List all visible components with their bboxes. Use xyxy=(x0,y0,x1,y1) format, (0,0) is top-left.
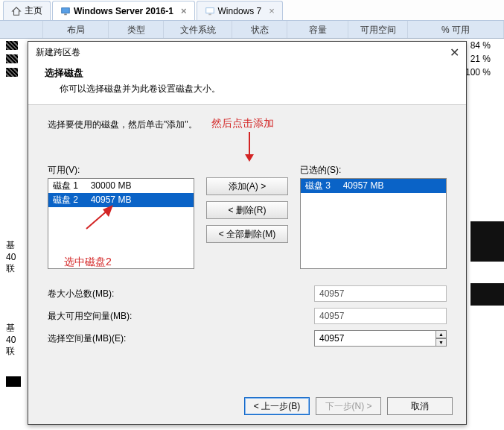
available-label: 可用(V): xyxy=(48,164,194,177)
section-subtitle: 你可以选择磁盘并为此卷设置磁盘大小。 xyxy=(60,83,450,95)
pct-cell: 21 % xyxy=(470,54,491,64)
col[interactable]: 类型 xyxy=(109,21,164,38)
dialog-title: 新建跨区卷 xyxy=(36,46,80,59)
volume-icon xyxy=(6,54,18,63)
monitor-icon xyxy=(205,6,215,16)
close-icon[interactable]: × xyxy=(269,6,275,16)
legend-swatch xyxy=(6,376,21,387)
tab-label: Windows Server 2016-1 xyxy=(74,6,173,16)
list-item[interactable]: 磁盘 3 40957 MB xyxy=(301,179,446,193)
total-size-value: 40957 xyxy=(314,285,447,302)
monitor-icon xyxy=(60,6,71,16)
back-button[interactable]: < 上一步(B) xyxy=(244,397,310,415)
total-size-label: 卷大小总数(MB): xyxy=(48,288,314,300)
close-icon[interactable]: ✕ xyxy=(447,45,462,60)
bg-disk-strip xyxy=(470,283,504,306)
arrow-down-icon xyxy=(243,130,256,162)
hint-text: 选择要使用的磁盘，然后单击"添加"。 xyxy=(48,118,447,131)
dialog-footer: < 上一步(B) 下一步(N) > 取消 xyxy=(28,388,466,424)
max-size-value: 40957 xyxy=(314,308,447,324)
wizard-dialog: 新建跨区卷 ✕ 选择磁盘 你可以选择磁盘并为此卷设置磁盘大小。 选择要使用的磁盘… xyxy=(28,41,467,425)
spin-up-icon[interactable]: ▲ xyxy=(436,330,447,338)
col[interactable]: 文件系统 xyxy=(164,21,232,38)
dialog-header: 选择磁盘 你可以选择磁盘并为此卷设置磁盘大小。 xyxy=(28,63,466,105)
list-item[interactable]: 磁盘 1 30000 MB xyxy=(48,179,194,193)
tab-home[interactable]: 主页 xyxy=(3,1,51,20)
remove-button[interactable]: < 删除(R) xyxy=(206,201,288,219)
dialog-body: 选择要使用的磁盘，然后单击"添加"。 然后点击添加 可用(V): 磁盘 1 30… xyxy=(28,105,466,388)
close-icon[interactable]: × xyxy=(181,6,187,16)
svg-marker-5 xyxy=(245,154,254,162)
cancel-button[interactable]: 取消 xyxy=(387,397,453,415)
window-root: 主页 Windows Server 2016-1 × Windows 7 × 布… xyxy=(0,0,504,430)
bg-disk-strip xyxy=(470,221,504,262)
spin-down-icon[interactable]: ▼ xyxy=(436,338,447,347)
tab-server[interactable]: Windows Server 2016-1 × xyxy=(52,1,195,20)
pct-cell: 100 % xyxy=(465,67,491,78)
selected-listbox[interactable]: 磁盘 3 40957 MB xyxy=(300,178,447,269)
dialog-titlebar[interactable]: 新建跨区卷 ✕ xyxy=(28,42,466,63)
svg-rect-0 xyxy=(62,7,70,13)
volume-icon xyxy=(6,41,18,50)
pct-cell: 84 % xyxy=(470,40,491,51)
bg-disk-label: 基 40 联 xyxy=(6,240,25,275)
col[interactable]: 可用空间 xyxy=(348,21,408,38)
col[interactable] xyxy=(0,21,43,38)
tab-label: Windows 7 xyxy=(218,6,262,16)
col[interactable]: 容量 xyxy=(287,21,348,38)
col[interactable]: % 可用 xyxy=(408,21,504,38)
next-button[interactable]: 下一步(N) > xyxy=(316,397,381,415)
section-title: 选择磁盘 xyxy=(45,67,450,80)
col[interactable]: 状态 xyxy=(232,21,287,38)
select-size-input[interactable] xyxy=(314,330,436,347)
tab-label: 主页 xyxy=(25,4,42,17)
selected-label: 已选的(S): xyxy=(300,164,447,177)
max-size-label: 最大可用空间量(MB): xyxy=(48,310,314,323)
bg-disk-label: 基 40 联 xyxy=(6,323,25,358)
svg-rect-2 xyxy=(205,7,214,13)
remove-all-button[interactable]: < 全部删除(M) xyxy=(206,225,288,243)
add-button[interactable]: 添加(A) > xyxy=(206,177,288,195)
select-size-label: 选择空间量(MB)(E): xyxy=(48,332,314,345)
col[interactable]: 布局 xyxy=(43,21,109,38)
tab-win7[interactable]: Windows 7 × xyxy=(197,1,283,20)
svg-rect-3 xyxy=(208,13,211,15)
list-item[interactable]: 磁盘 2 40957 MB xyxy=(48,193,194,207)
home-icon xyxy=(11,6,22,16)
available-listbox[interactable]: 磁盘 1 30000 MB 磁盘 2 40957 MB xyxy=(48,178,194,269)
column-header-row: 布局 类型 文件系统 状态 容量 可用空间 % 可用 xyxy=(0,21,504,39)
volume-icon xyxy=(6,68,18,77)
svg-rect-1 xyxy=(64,13,67,15)
tabs-bar: 主页 Windows Server 2016-1 × Windows 7 × xyxy=(0,0,504,21)
